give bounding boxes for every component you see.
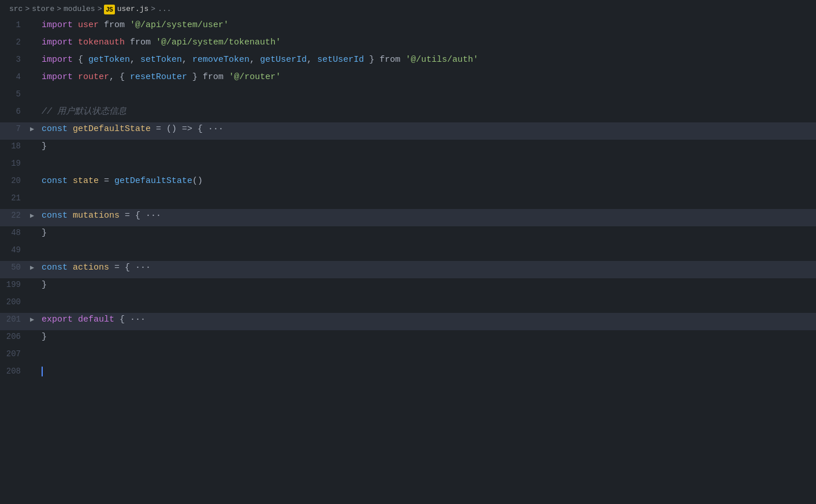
code-line: 208 xyxy=(0,365,816,382)
breadcrumb-ellipsis: ... xyxy=(158,3,171,15)
code-content: import tokenauth from '@/api/system/toke… xyxy=(39,36,816,50)
code-line: 21 xyxy=(0,192,816,209)
line-number: 207 xyxy=(0,348,30,360)
code-content: const state = getDefaultState() xyxy=(39,175,816,188)
code-content xyxy=(39,192,816,206)
code-line: 207 xyxy=(0,348,816,365)
code-content: const mutations = { ··· xyxy=(39,210,816,223)
line-number: 200 xyxy=(0,296,30,308)
line-number: 206 xyxy=(0,331,30,343)
line-number: 20 xyxy=(0,175,30,187)
breadcrumb: src > store > modules > JS user.js > ... xyxy=(0,0,816,18)
code-line: 22 ▶ const mutations = { ··· xyxy=(0,209,816,226)
code-content xyxy=(39,244,816,257)
line-number: 199 xyxy=(0,279,30,291)
breadcrumb-store[interactable]: store xyxy=(32,3,54,15)
line-number: 4 xyxy=(0,71,30,83)
code-line: 50 ▶ const actions = { ··· xyxy=(0,261,816,278)
breadcrumb-src[interactable]: src xyxy=(9,3,23,15)
breadcrumb-sep3: > xyxy=(98,3,102,15)
code-line: 19 xyxy=(0,157,816,174)
line-number: 201 xyxy=(0,313,30,326)
line-number: 48 xyxy=(0,227,30,239)
code-line: 199 } xyxy=(0,278,816,296)
code-content: import user from '@/api/system/user' xyxy=(39,19,816,32)
line-number: 50 xyxy=(0,262,30,274)
code-content: import { getToken, setToken, removeToken… xyxy=(39,54,816,67)
code-line: 1 import user from '@/api/system/user' xyxy=(0,18,816,36)
code-content: } xyxy=(39,279,816,292)
code-line: 49 xyxy=(0,244,816,261)
breadcrumb-modules[interactable]: modules xyxy=(64,3,95,15)
js-icon: JS xyxy=(104,5,114,14)
code-line: 200 xyxy=(0,296,816,313)
editor: 1 import user from '@/api/system/user' 2… xyxy=(0,18,816,504)
line-number: 5 xyxy=(0,88,30,100)
fold-arrow-22[interactable]: ▶ xyxy=(30,211,39,221)
code-content: const getDefaultState = () => { ··· xyxy=(39,123,816,136)
code-content xyxy=(39,88,816,102)
code-content: const actions = { ··· xyxy=(39,262,816,275)
line-number: 1 xyxy=(0,19,30,31)
fold-arrow-7[interactable]: ▶ xyxy=(30,124,39,135)
breadcrumb-sep1: > xyxy=(25,3,29,15)
code-content xyxy=(39,365,816,379)
breadcrumb-sep4: > xyxy=(151,3,155,15)
code-content: export default { ··· xyxy=(39,313,816,327)
line-number: 22 xyxy=(0,210,30,222)
code-content: // 用户默认状态信息 xyxy=(39,106,816,119)
code-content xyxy=(39,158,816,171)
code-line: 4 import router, { resetRouter } from '@… xyxy=(0,70,816,88)
line-number: 3 xyxy=(0,54,30,66)
breadcrumb-sep2: > xyxy=(57,3,61,15)
line-number: 19 xyxy=(0,158,30,170)
code-line: 20 const state = getDefaultState() xyxy=(0,174,816,192)
code-content: } xyxy=(39,227,816,240)
line-number: 2 xyxy=(0,36,30,48)
line-number: 208 xyxy=(0,365,30,378)
line-number: 21 xyxy=(0,192,30,204)
code-line: 201 ▶ export default { ··· xyxy=(0,313,816,330)
code-line: 206 } xyxy=(0,330,816,348)
line-number: 49 xyxy=(0,244,30,256)
code-line: 5 xyxy=(0,88,816,105)
line-number: 18 xyxy=(0,140,30,152)
line-number: 7 xyxy=(0,123,30,135)
code-line: 48 } xyxy=(0,226,816,244)
fold-arrow-50[interactable]: ▶ xyxy=(30,263,39,273)
code-line: 18 } xyxy=(0,140,816,157)
code-content xyxy=(39,348,816,361)
fold-arrow-201[interactable]: ▶ xyxy=(30,315,39,325)
code-line: 7 ▶ const getDefaultState = () => { ··· xyxy=(0,122,816,140)
breadcrumb-filename[interactable]: user.js xyxy=(117,3,149,15)
code-line: 6 // 用户默认状态信息 xyxy=(0,105,816,122)
code-content: import router, { resetRouter } from '@/r… xyxy=(39,71,816,84)
code-content xyxy=(39,296,816,309)
code-content: } xyxy=(39,140,816,154)
code-line: 2 import tokenauth from '@/api/system/to… xyxy=(0,36,816,53)
code-line: 3 import { getToken, setToken, removeTok… xyxy=(0,53,816,70)
code-content: } xyxy=(39,331,816,344)
line-number: 6 xyxy=(0,106,30,118)
